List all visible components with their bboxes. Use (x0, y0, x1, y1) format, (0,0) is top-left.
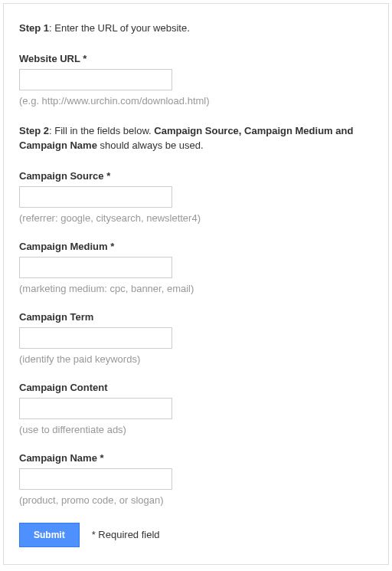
step-1-text: Step 1: Enter the URL of your website. (19, 21, 373, 36)
campaign-source-group: Campaign Source * (referrer: google, cit… (19, 170, 373, 224)
campaign-medium-label: Campaign Medium * (19, 241, 373, 252)
step-1-desc: : Enter the URL of your website. (49, 22, 190, 34)
campaign-source-label: Campaign Source * (19, 170, 373, 182)
campaign-name-label: Campaign Name * (19, 452, 373, 464)
campaign-source-hint: (referrer: google, citysearch, newslette… (19, 212, 373, 224)
step-2-text: Step 2: Fill in the fields below. Campai… (19, 123, 373, 153)
step-2: Step 2: Fill in the fields below. Campai… (19, 123, 373, 153)
campaign-term-input[interactable] (19, 327, 172, 349)
campaign-name-input[interactable] (19, 468, 172, 490)
form-footer: Submit * Required field (19, 523, 373, 547)
campaign-medium-hint: (marketing medium: cpc, banner, email) (19, 283, 373, 294)
step-2-label: Step 2 (19, 125, 49, 136)
campaign-term-hint: (identify the paid keywords) (19, 353, 373, 365)
campaign-content-input[interactable] (19, 398, 172, 419)
form-container: Step 1: Enter the URL of your website. W… (3, 3, 389, 565)
website-url-group: Website URL * (e.g. http://www.urchin.co… (19, 53, 373, 107)
website-url-hint: (e.g. http://www.urchin.com/download.htm… (19, 95, 373, 107)
required-note: * Required field (92, 529, 160, 540)
step-2-after: should always be used. (97, 139, 204, 151)
campaign-name-group: Campaign Name * (product, promo code, or… (19, 452, 373, 506)
campaign-medium-input[interactable] (19, 257, 172, 278)
step-1-label: Step 1 (19, 22, 49, 34)
website-url-input[interactable] (19, 69, 172, 90)
campaign-name-hint: (product, promo code, or slogan) (19, 494, 373, 506)
website-url-label: Website URL * (19, 53, 373, 64)
campaign-term-group: Campaign Term (identify the paid keyword… (19, 311, 373, 365)
submit-button[interactable]: Submit (19, 523, 80, 547)
step-2-before: : Fill in the fields below. (49, 125, 154, 136)
campaign-content-group: Campaign Content (use to differentiate a… (19, 382, 373, 435)
campaign-content-hint: (use to differentiate ads) (19, 424, 373, 435)
campaign-content-label: Campaign Content (19, 382, 373, 393)
campaign-medium-group: Campaign Medium * (marketing medium: cpc… (19, 241, 373, 294)
campaign-source-input[interactable] (19, 186, 172, 208)
step-1: Step 1: Enter the URL of your website. (19, 21, 373, 36)
campaign-term-label: Campaign Term (19, 311, 373, 323)
